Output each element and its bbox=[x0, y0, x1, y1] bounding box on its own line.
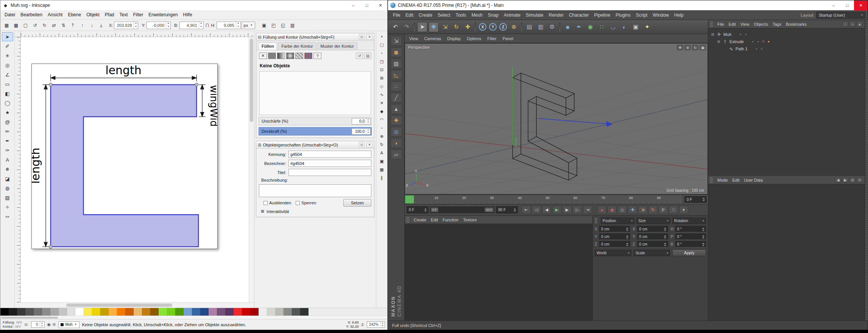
size-z-field[interactable]: 0 cm bbox=[637, 241, 668, 247]
y-position-field[interactable]: -0,000▲▼ bbox=[146, 22, 171, 29]
last-used-tool-icon[interactable]: ✚ bbox=[463, 22, 473, 32]
model-mode-icon[interactable]: ◼ bbox=[391, 47, 402, 57]
make-editable-icon[interactable]: ⇲ bbox=[391, 36, 402, 46]
vertical-ruler[interactable] bbox=[15, 37, 21, 302]
rotation-b-field[interactable]: 0 ° bbox=[675, 241, 706, 247]
start-frame-field[interactable]: 0 F bbox=[407, 206, 429, 213]
drawing-canvas[interactable]: length length wingWid bbox=[21, 37, 249, 302]
record-keyframe-icon[interactable]: ● bbox=[597, 206, 606, 214]
spray-tool-icon[interactable]: ✵ bbox=[2, 165, 13, 174]
checkbox-box[interactable] bbox=[296, 201, 300, 205]
checkbox-box[interactable] bbox=[263, 201, 268, 205]
environment-icon[interactable]: ◐ bbox=[619, 22, 630, 32]
spin-arrows-icon[interactable] bbox=[625, 235, 629, 239]
perspective-viewport[interactable]: X Y Z Perspective Grid Spacing : 100 cm … bbox=[405, 43, 708, 195]
spin-arrows-icon[interactable] bbox=[701, 227, 705, 231]
snap-bbox-edge-icon[interactable]: ▫ bbox=[378, 49, 386, 57]
object-description-field[interactable] bbox=[259, 184, 371, 197]
lower-to-bottom-icon[interactable]: ⤓ bbox=[97, 21, 106, 30]
palette-swatch[interactable] bbox=[100, 308, 109, 316]
attribute-manager-area[interactable] bbox=[708, 184, 865, 321]
render-settings-icon[interactable]: ⚙ bbox=[547, 22, 557, 32]
menu-item[interactable]: Bearbeiten bbox=[18, 11, 45, 19]
object-name[interactable]: Extrude bbox=[729, 39, 745, 44]
edges-mode-icon[interactable]: ╱ bbox=[391, 93, 402, 103]
c-shape-path[interactable] bbox=[51, 85, 198, 247]
rotation-p-field[interactable]: 0 ° bbox=[675, 233, 706, 240]
range-start-handle[interactable]: 0 F bbox=[431, 207, 438, 212]
palette-swatch[interactable] bbox=[150, 308, 159, 316]
snap-path-intersection-icon[interactable]: ✕ bbox=[378, 99, 386, 107]
editor-visibility-dot-icon[interactable]: ▪ bbox=[751, 40, 755, 44]
menu-item[interactable]: Render bbox=[546, 11, 566, 19]
menu-item[interactable]: Script bbox=[633, 11, 650, 19]
blur-value-field[interactable]: 0,0▲▼ bbox=[352, 118, 371, 124]
object-row[interactable]: ⊟ ✛ Muh ▪▪ bbox=[711, 31, 862, 38]
lower-icon[interactable]: ↓ bbox=[87, 21, 96, 30]
snap-bbox-edge-midpoint-icon[interactable]: ⊡ bbox=[378, 66, 386, 73]
palette-swatch[interactable] bbox=[159, 308, 167, 316]
spin-arrows-icon[interactable] bbox=[625, 243, 629, 246]
record-rotation-icon[interactable]: ↻ bbox=[648, 206, 658, 214]
panel-grip[interactable] bbox=[595, 218, 597, 223]
current-frame-field[interactable]: 0 F bbox=[684, 196, 707, 203]
timeline-track[interactable]: 0102030405060708090 bbox=[405, 195, 683, 204]
scrollbar-thumb[interactable] bbox=[1, 317, 58, 319]
svg-page[interactable]: length length wingWid bbox=[31, 64, 218, 249]
object-name[interactable]: Path 1 bbox=[736, 47, 748, 51]
gradient-tool-icon[interactable]: ▧ bbox=[2, 193, 13, 202]
object-row[interactable]: ⊟ ⇧ Extrude ▪▪✕● bbox=[717, 38, 862, 45]
viewport-solo-icon[interactable]: ◎ bbox=[391, 127, 402, 137]
snap-grid-icon[interactable]: ▦ bbox=[378, 166, 386, 173]
rotate-ccw-icon[interactable]: ↺ bbox=[31, 21, 39, 30]
expander-icon[interactable]: ⊟ bbox=[711, 33, 715, 36]
palette-swatch[interactable] bbox=[234, 308, 242, 316]
spin-arrows-icon[interactable] bbox=[664, 235, 667, 239]
spin-arrows-icon[interactable] bbox=[424, 208, 427, 212]
workplane-snap-icon[interactable]: ▱ bbox=[391, 149, 402, 159]
light-icon[interactable]: ✦ bbox=[642, 22, 652, 32]
spline-pen-icon[interactable]: ✒ bbox=[574, 22, 584, 32]
menu-item[interactable]: Filter bbox=[484, 36, 499, 42]
select-all-icon[interactable]: ▦ bbox=[2, 21, 11, 30]
menu-item[interactable]: Ebene bbox=[65, 11, 84, 19]
ellipse-tool-icon[interactable]: ◯ bbox=[2, 98, 13, 107]
measure-tool-icon[interactable]: ∠ bbox=[2, 70, 13, 79]
float-dialog-icon[interactable]: ◱ bbox=[359, 34, 365, 40]
history-back-icon[interactable]: ◀ bbox=[835, 177, 841, 183]
separator[interactable] bbox=[414, 22, 415, 31]
canvas-horizontal-scrollbar[interactable] bbox=[21, 302, 254, 308]
end-frame-field[interactable]: 90 F bbox=[496, 206, 518, 213]
palette-swatch[interactable] bbox=[75, 308, 84, 316]
position-x-field[interactable]: 0 cm bbox=[599, 226, 630, 232]
tweak-tool-icon[interactable]: ✳ bbox=[2, 51, 13, 60]
search-icon[interactable]: ◌ bbox=[842, 21, 848, 27]
object-id-field[interactable]: g4504 bbox=[288, 151, 371, 158]
palette-swatch[interactable] bbox=[259, 308, 267, 316]
goto-end-icon[interactable]: ⇥ bbox=[583, 206, 592, 214]
rotate-tool-icon[interactable]: ↻ bbox=[451, 22, 461, 32]
transform-stroke-toggle-icon[interactable]: ▣ bbox=[260, 21, 268, 30]
toggle-views-icon[interactable]: ▦ bbox=[700, 45, 706, 50]
unknown-paint-icon[interactable]: ? bbox=[313, 53, 321, 59]
linear-gradient-icon[interactable] bbox=[277, 53, 285, 59]
tab-stroke-style[interactable]: Muster der Kontur bbox=[317, 42, 357, 50]
menu-item[interactable]: Hilfe bbox=[181, 11, 195, 19]
palette-swatch[interactable] bbox=[17, 308, 25, 316]
record-scale-icon[interactable]: ⇲ bbox=[638, 206, 647, 214]
transform-corners-toggle-icon[interactable]: ◰ bbox=[269, 21, 278, 30]
scale-tool-icon[interactable]: ⇲ bbox=[440, 22, 450, 32]
float-dialog-icon[interactable]: ◱ bbox=[359, 142, 365, 148]
snap-smooth-node-icon[interactable]: ◠ bbox=[378, 116, 386, 123]
panel-menu-icon[interactable]: ≡ bbox=[857, 177, 863, 183]
pencil-tool-icon[interactable]: ✏ bbox=[2, 127, 13, 136]
fill-tool-icon[interactable]: ◍ bbox=[2, 184, 13, 193]
hide-checkbox[interactable]: Ausblenden bbox=[263, 201, 291, 205]
calligraphy-tool-icon[interactable]: ✑ bbox=[2, 146, 13, 155]
close-dialog-icon[interactable]: ✕ bbox=[366, 34, 372, 40]
snap-enable-icon[interactable]: ◖ bbox=[391, 138, 402, 148]
menu-item[interactable]: Tags bbox=[770, 21, 784, 27]
autokeying-icon[interactable]: ◉ bbox=[608, 206, 617, 214]
menu-item[interactable]: Options bbox=[464, 36, 484, 42]
blur-slider[interactable]: Unschärfe (%) 0,0▲▼ bbox=[259, 117, 372, 125]
